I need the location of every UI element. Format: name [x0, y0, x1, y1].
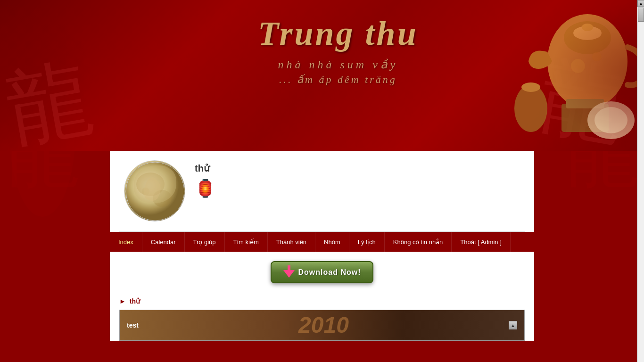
site-title: Trung thu — [258, 14, 418, 53]
test-title: test — [127, 321, 139, 329]
profile-info: thử 🏮 — [195, 160, 216, 198]
download-button[interactable]: Download Now! — [271, 261, 374, 283]
profile-username: thử — [195, 163, 216, 174]
scrollbar[interactable]: ▲ — [637, 0, 644, 362]
moon-svg — [124, 161, 185, 222]
svg-point-10 — [521, 82, 540, 92]
svg-rect-12 — [566, 99, 604, 108]
nav-members[interactable]: Thành viên — [268, 232, 315, 252]
nav-groups[interactable]: Nhóm — [315, 232, 349, 252]
teapot-decoration — [427, 0, 644, 151]
svg-point-18 — [136, 173, 165, 196]
nav-index[interactable]: Index — [110, 232, 142, 252]
download-icon-stem — [288, 265, 290, 270]
dragon-left: 龍 — [0, 0, 104, 151]
download-label: Download Now! — [298, 268, 361, 277]
lantern-icon: 🏮 — [195, 179, 216, 198]
subtitle-1: nhà nhà sum vầy — [258, 58, 418, 71]
header-title-area: Trung thu nhà nhà sum vầy ... ấm áp đêm … — [258, 14, 418, 86]
scroll-thumb[interactable] — [638, 8, 644, 22]
nav-messages[interactable]: Không có tin nhắn — [385, 232, 452, 252]
scroll-up-button[interactable]: ▲ — [637, 0, 644, 7]
svg-point-13 — [587, 101, 635, 139]
svg-point-8 — [582, 24, 593, 31]
svg-point-14 — [594, 107, 627, 133]
header-banner: 龍 龍 Trung thu nhà nhà sum vầy ... ấm áp … — [0, 0, 644, 151]
profile-area: thử 🏮 — [110, 151, 534, 231]
breadcrumb-area: ► thử — [110, 293, 534, 310]
svg-point-6 — [564, 21, 611, 54]
svg-point-7 — [573, 26, 602, 40]
download-area: Download Now! — [110, 252, 534, 293]
dragon-right: 龍 — [540, 0, 644, 151]
year-display: 2010 — [298, 314, 349, 337]
svg-point-5 — [547, 14, 627, 108]
svg-point-20 — [142, 188, 149, 195]
svg-text:龍: 龍 — [540, 47, 633, 151]
nav-help[interactable]: Trợ giúp — [185, 232, 225, 252]
nav-logout[interactable]: Thoát [ Admin ] — [452, 232, 510, 252]
svg-text:龍: 龍 — [0, 49, 99, 151]
nav-calendar[interactable]: Calendar — [142, 232, 185, 252]
svg-rect-11 — [561, 104, 609, 132]
svg-point-19 — [153, 190, 172, 207]
subtitle-2: ... ấm áp đêm trăng — [258, 74, 418, 86]
test-header: test 2010 ▲ — [120, 310, 524, 340]
moon-avatar — [124, 160, 185, 222]
svg-point-15 — [571, 59, 585, 73]
breadcrumb-username[interactable]: thử — [130, 297, 140, 305]
download-icon — [283, 267, 295, 278]
main-container: thử 🏮 Index Calendar Trợ giúp Tìm kiếm T… — [110, 151, 534, 341]
download-icon-arrow — [283, 270, 295, 278]
expand-button[interactable]: ▲ — [509, 321, 517, 329]
nav-search[interactable]: Tìm kiếm — [225, 232, 268, 252]
nav-profile[interactable]: Lý lịch — [349, 232, 385, 252]
breadcrumb-arrow: ► — [119, 297, 126, 305]
test-section: test 2010 ▲ — [119, 310, 525, 341]
navigation-bar: Index Calendar Trợ giúp Tìm kiếm Thành v… — [110, 232, 534, 252]
svg-point-16 — [592, 52, 602, 61]
